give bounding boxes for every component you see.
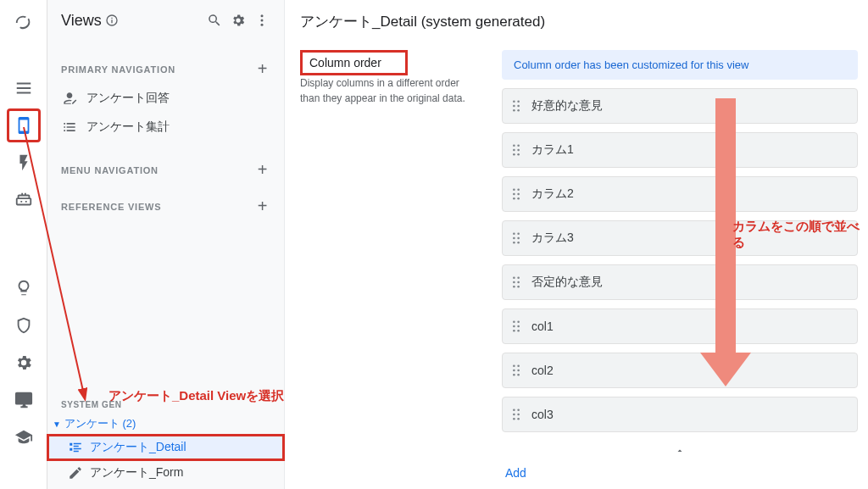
svg-point-49: [513, 418, 515, 420]
svg-point-42: [517, 370, 520, 372]
drag-handle-icon[interactable]: [511, 276, 521, 288]
primary-nav-header: PRIMARY NAVIGATION+: [47, 47, 284, 84]
svg-point-0: [261, 14, 264, 17]
svg-point-26: [517, 242, 520, 244]
svg-point-1: [261, 19, 264, 22]
column-order-item[interactable]: 好意的な意見: [502, 88, 858, 124]
column-name: 好意的な意見: [531, 98, 603, 114]
column-order-item[interactable]: カラム3: [502, 220, 858, 256]
column-order-item[interactable]: col2: [502, 353, 858, 388]
rail-security-icon[interactable]: [7, 308, 41, 342]
svg-point-7: [513, 109, 515, 112]
column-order-item[interactable]: カラム2: [502, 176, 858, 212]
rail-actions-icon[interactable]: [7, 146, 41, 180]
svg-point-22: [517, 232, 520, 235]
chevron-up-icon: [672, 446, 687, 456]
column-name: col2: [531, 364, 554, 377]
svg-point-31: [513, 286, 515, 288]
svg-point-10: [517, 144, 520, 147]
drag-handle-icon[interactable]: [511, 100, 521, 112]
svg-point-12: [517, 149, 520, 152]
svg-point-41: [513, 370, 515, 372]
svg-point-27: [513, 276, 515, 279]
main-content: アンケート_Detail (system generated) Column o…: [285, 0, 868, 489]
svg-point-14: [517, 153, 520, 156]
svg-point-44: [517, 374, 520, 376]
drag-handle-icon[interactable]: [511, 408, 521, 420]
svg-point-17: [513, 193, 515, 196]
drag-handle-icon[interactable]: [511, 188, 521, 200]
svg-point-2: [261, 24, 264, 26]
column-name: カラム1: [531, 142, 574, 158]
rail-data-icon[interactable]: [7, 71, 41, 105]
svg-point-5: [513, 105, 515, 108]
svg-point-33: [513, 320, 515, 323]
svg-point-24: [517, 237, 520, 240]
column-name: col1: [531, 320, 554, 333]
search-icon[interactable]: [203, 8, 226, 32]
drag-handle-icon[interactable]: [511, 144, 521, 156]
views-panel: Views PRIMARY NAVIGATION+ アンケート回答 アンケート集…: [47, 0, 285, 489]
svg-point-50: [517, 418, 520, 420]
rail-views-icon[interactable]: [7, 108, 41, 142]
person-edit-icon: [61, 90, 78, 107]
svg-point-32: [517, 286, 520, 288]
nav-item-survey-answer[interactable]: アンケート回答: [47, 84, 284, 113]
add-ref-view[interactable]: +: [253, 197, 272, 216]
sysgen-item-form[interactable]: アンケート_Form: [47, 460, 284, 486]
collapse-toggle[interactable]: [502, 441, 858, 461]
drag-handle-icon[interactable]: [511, 232, 521, 244]
add-column-button[interactable]: Add: [502, 461, 858, 485]
ref-views-header: REFERENCE VIEWS+: [47, 185, 284, 221]
info-icon[interactable]: [105, 14, 119, 27]
column-order-label: Column order: [300, 50, 408, 75]
svg-point-30: [517, 281, 520, 284]
column-name: 否定的な意見: [531, 275, 603, 290]
column-order-item[interactable]: 否定的な意見: [502, 264, 858, 300]
svg-point-16: [517, 188, 520, 191]
column-order-item[interactable]: col1: [502, 308, 858, 344]
svg-point-48: [517, 414, 520, 416]
page-title: アンケート_Detail (system generated): [300, 8, 868, 50]
menu-nav-header: MENU NAVIGATION+: [47, 148, 284, 185]
svg-point-29: [513, 281, 515, 284]
column-name: カラム3: [531, 231, 574, 246]
detail-icon: [68, 440, 83, 455]
views-panel-header: Views: [47, 0, 284, 41]
rail-idea-icon[interactable]: [7, 271, 41, 305]
svg-point-34: [517, 320, 520, 323]
svg-point-6: [517, 105, 520, 108]
more-icon[interactable]: [250, 8, 274, 32]
svg-point-40: [517, 364, 520, 367]
svg-point-13: [513, 153, 515, 156]
caret-down-icon: ▼: [53, 420, 61, 429]
info-banner: Column order has been customized for thi…: [502, 50, 858, 80]
nav-item-survey-summary[interactable]: アンケート集計: [47, 113, 284, 142]
drag-handle-icon[interactable]: [511, 364, 521, 376]
svg-point-8: [517, 109, 520, 112]
svg-point-39: [513, 364, 515, 367]
rail-bot-icon[interactable]: [7, 183, 41, 217]
gear-icon[interactable]: [226, 8, 250, 32]
icon-rail: [0, 0, 47, 489]
sysgen-group[interactable]: ▼ アンケート (2): [47, 413, 284, 435]
svg-point-3: [513, 100, 515, 103]
rail-learn-icon[interactable]: [7, 420, 41, 454]
sysgen-item-detail[interactable]: アンケート_Detail: [47, 435, 284, 460]
column-order-item[interactable]: カラム1: [502, 132, 858, 168]
add-primary-nav[interactable]: +: [253, 59, 272, 79]
column-name: カラム2: [531, 186, 574, 202]
svg-point-21: [513, 232, 515, 235]
column-order-item[interactable]: col3: [502, 397, 858, 432]
svg-point-4: [517, 100, 520, 103]
svg-point-43: [513, 374, 515, 376]
svg-point-46: [517, 408, 520, 411]
drag-handle-icon[interactable]: [511, 320, 521, 332]
rail-home-icon[interactable]: [7, 5, 41, 39]
svg-point-25: [513, 242, 515, 244]
svg-point-20: [517, 197, 520, 200]
add-menu-nav[interactable]: +: [253, 160, 272, 180]
svg-point-37: [513, 330, 515, 332]
rail-monitor-icon[interactable]: [7, 383, 41, 417]
rail-settings-icon[interactable]: [7, 346, 41, 380]
